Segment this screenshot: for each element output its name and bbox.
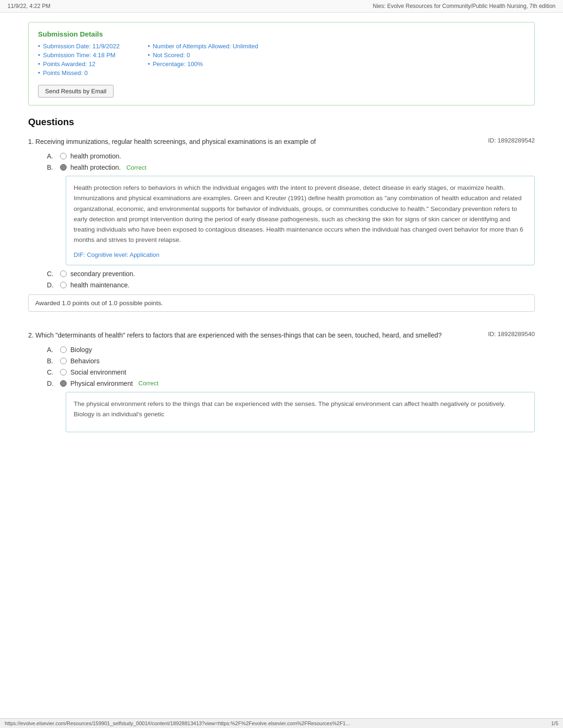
submission-col-right: Number of Attempts Allowed: Unlimited No…	[148, 43, 258, 78]
answer-2-b-label: B.	[47, 357, 56, 365]
submission-list-right: Number of Attempts Allowed: Unlimited No…	[148, 43, 258, 68]
question-1-explanation-text: Health protection refers to behaviors in…	[74, 183, 527, 246]
browser-bar: 11/9/22, 4:22 PM Nies: Evolve Resources …	[0, 0, 563, 13]
answer-1-b-label: B.	[47, 164, 56, 171]
submission-time: Submission Time: 4:18 PM	[38, 52, 120, 59]
submission-attempts: Number of Attempts Allowed: Unlimited	[148, 43, 258, 50]
submission-col-left: Submission Date: 11/9/2022 Submission Ti…	[38, 43, 120, 78]
answer-2-d-radio[interactable]	[60, 380, 67, 387]
answer-1-b-text: health protection.	[70, 164, 121, 171]
answer-1-b-correct: Correct	[126, 164, 146, 171]
question-1-answers: A. health promotion. B. health protectio…	[47, 152, 535, 289]
question-2-number: 2.	[28, 331, 34, 339]
answer-2-d: D. Physical environment Correct	[47, 380, 535, 387]
answer-2-b: B. Behaviors	[47, 357, 535, 365]
answer-1-a-text: health promotion.	[70, 152, 121, 160]
answer-2-b-radio[interactable]	[60, 358, 67, 364]
question-1-dif: DIF: Cognitive level: Application	[74, 251, 527, 258]
answer-1-d-label: D.	[47, 281, 56, 289]
answer-2-c-text: Social environment	[70, 368, 126, 376]
browser-title: Nies: Evolve Resources for Community/Pub…	[373, 3, 555, 9]
answer-2-b-text: Behaviors	[70, 357, 99, 365]
send-results-button[interactable]: Send Results by Email	[38, 85, 114, 98]
question-2-answers: A. Biology B. Behaviors C. Social enviro…	[47, 346, 535, 433]
question-2-id: ID: 18928289540	[488, 330, 535, 338]
answer-1-d: D. health maintenance.	[47, 281, 535, 289]
answer-1-a-radio[interactable]	[60, 153, 67, 159]
submission-list-left: Submission Date: 11/9/2022 Submission Ti…	[38, 43, 120, 76]
answer-1-b-radio[interactable]	[60, 164, 67, 171]
answer-1-d-text: health maintenance.	[70, 281, 129, 289]
answer-2-a: A. Biology	[47, 346, 535, 353]
question-2-body: Which "determinants of health" refers to…	[36, 331, 442, 339]
question-1-explanation-box: Health protection refers to behaviors in…	[66, 176, 535, 265]
browser-datetime: 11/9/22, 4:22 PM	[8, 3, 50, 9]
question-1-body: Receiving immunizations, regular health …	[36, 138, 316, 145]
submission-title: Submission Details	[38, 30, 525, 38]
question-1-id: ID: 18928289542	[488, 137, 535, 144]
submission-columns: Submission Date: 11/9/2022 Submission Ti…	[38, 43, 525, 78]
answer-2-d-text: Physical environment	[70, 380, 133, 387]
footer-url: https://evolve.elsevier.com/Resources/15…	[5, 720, 350, 726]
browser-footer: https://evolve.elsevier.com/Resources/15…	[0, 718, 563, 728]
answer-2-a-radio[interactable]	[60, 346, 67, 353]
answer-2-a-text: Biology	[70, 346, 92, 353]
question-1-block: 1. Receiving immunizations, regular heal…	[28, 137, 535, 312]
submission-percentage: Percentage: 100%	[148, 60, 258, 68]
footer-page: 1/5	[551, 720, 558, 726]
question-2-text: 2. Which "determinants of health" refers…	[28, 330, 488, 340]
question-1-header: 1. Receiving immunizations, regular heal…	[28, 137, 535, 147]
question-1-points: Awarded 1.0 points out of 1.0 possible p…	[28, 294, 535, 312]
answer-1-d-radio[interactable]	[60, 282, 67, 288]
question-2-header: 2. Which "determinants of health" refers…	[28, 330, 535, 340]
submission-points-awarded: Points Awarded: 12	[38, 60, 120, 68]
answer-2-c-label: C.	[47, 368, 56, 376]
answer-1-b: B. health protection. Correct	[47, 164, 535, 171]
questions-section-title: Questions	[28, 117, 535, 128]
page-content: Submission Details Submission Date: 11/9…	[0, 13, 563, 479]
answer-1-a: A. health promotion.	[47, 152, 535, 160]
submission-box: Submission Details Submission Date: 11/9…	[28, 22, 535, 105]
answer-2-a-label: A.	[47, 346, 56, 353]
answer-2-d-correct: Correct	[138, 380, 159, 387]
answer-2-c: C. Social environment	[47, 368, 535, 376]
answer-2-c-radio[interactable]	[60, 369, 67, 375]
question-2-block: 2. Which "determinants of health" refers…	[28, 330, 535, 433]
question-1-text: 1. Receiving immunizations, regular heal…	[28, 137, 488, 147]
question-1-number: 1.	[28, 138, 34, 145]
answer-1-a-label: A.	[47, 152, 56, 160]
answer-1-c-radio[interactable]	[60, 270, 67, 277]
submission-not-scored: Not Scored: 0	[148, 52, 258, 59]
answer-2-d-label: D.	[47, 380, 56, 387]
answer-1-c-text: secondary prevention.	[70, 270, 135, 278]
question-2-explanation-box: The physical environment refers to the t…	[66, 392, 535, 433]
submission-points-missed: Points Missed: 0	[38, 69, 120, 76]
answer-1-c-label: C.	[47, 270, 56, 278]
question-2-explanation-text: The physical environment refers to the t…	[74, 399, 527, 420]
submission-date: Submission Date: 11/9/2022	[38, 43, 120, 50]
answer-1-c: C. secondary prevention.	[47, 270, 535, 278]
